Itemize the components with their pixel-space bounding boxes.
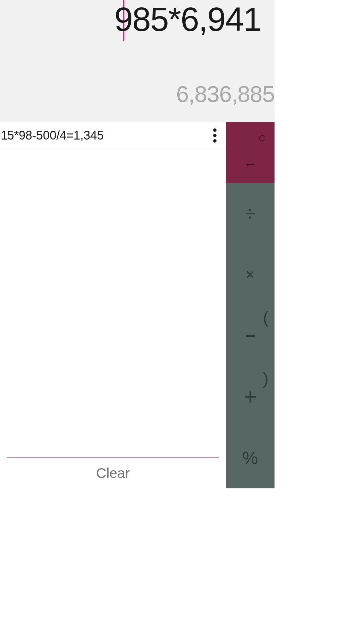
history-item[interactable]: 15*98-500/4=1,345	[0, 122, 226, 149]
percent-icon: %	[242, 448, 258, 468]
clear-c-button[interactable]: C	[259, 133, 275, 144]
divide-icon	[246, 209, 255, 219]
top-controls: C ←	[226, 122, 275, 183]
operator-panel: C ← × %	[226, 122, 275, 488]
percent-button[interactable]: %	[226, 427, 275, 488]
more-vertical-icon[interactable]	[213, 128, 219, 143]
main-content: 15*98-500/4=1,345 Clear C ←	[0, 122, 275, 488]
minus-icon	[246, 335, 255, 337]
divide-button[interactable]	[226, 183, 275, 244]
expression-text[interactable]: 985*6,941	[114, 0, 261, 39]
history-item-text: 15*98-500/4=1,345	[1, 128, 104, 143]
backspace-icon[interactable]: ←	[243, 156, 257, 172]
clear-history-button[interactable]: Clear	[0, 458, 226, 488]
calculator-display: 985*6,941 6,836,885	[0, 0, 275, 122]
result-text: 6,836,885	[176, 81, 275, 107]
multiply-icon: ×	[246, 266, 255, 284]
history-empty-area	[0, 149, 226, 458]
multiply-button[interactable]: ×	[226, 244, 275, 305]
plus-icon	[245, 391, 256, 402]
history-panel: 15*98-500/4=1,345 Clear	[0, 122, 226, 488]
operators-column: × %	[226, 183, 275, 488]
paren-open-button[interactable]: (	[263, 308, 268, 327]
paren-close-button[interactable]: )	[263, 369, 268, 388]
